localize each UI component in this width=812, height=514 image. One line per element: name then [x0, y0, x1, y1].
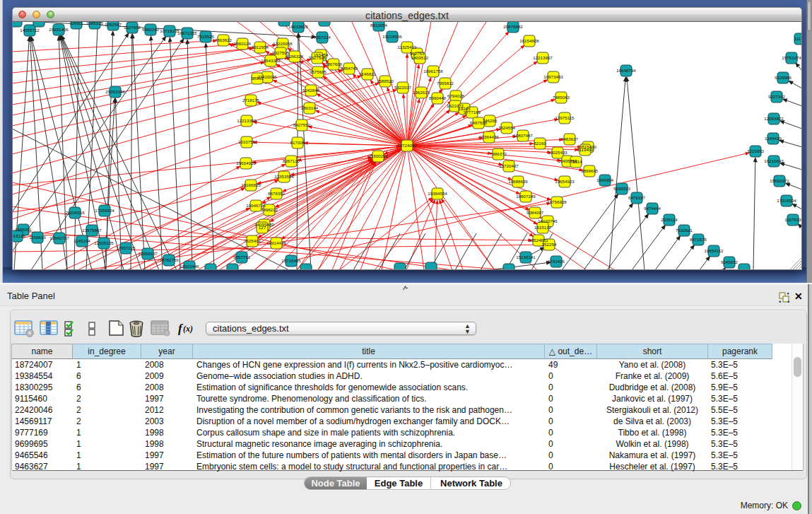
- svg-text:2935114: 2935114: [661, 217, 678, 222]
- svg-text:16961758: 16961758: [423, 69, 443, 74]
- svg-text:23975867: 23975867: [82, 228, 102, 233]
- svg-text:7632621: 7632621: [676, 228, 693, 233]
- svg-text:2803144: 2803144: [301, 105, 319, 110]
- svg-text:7663822: 7663822: [215, 37, 233, 42]
- svg-text:1362615: 1362615: [413, 90, 430, 95]
- svg-text:16033809: 16033809: [288, 24, 308, 29]
- svg-text:9242848: 9242848: [302, 88, 320, 93]
- svg-text:19654925: 19654925: [236, 160, 256, 165]
- svg-text:8471676: 8471676: [690, 237, 707, 242]
- svg-text:15751074: 15751074: [782, 55, 801, 60]
- svg-text:1145194: 1145194: [73, 238, 90, 243]
- svg-text:9146821: 9146821: [359, 71, 377, 76]
- svg-text:1733426: 1733426: [548, 259, 565, 264]
- svg-text:9899695: 9899695: [581, 168, 599, 173]
- svg-text:10025433: 10025433: [548, 150, 567, 155]
- svg-text:18724007: 18724007: [397, 143, 417, 148]
- svg-text:3215953: 3215953: [747, 148, 765, 153]
- svg-text:1156819: 1156819: [29, 235, 46, 240]
- svg-text:17359924: 17359924: [95, 208, 114, 213]
- svg-text:20876882: 20876882: [503, 24, 523, 29]
- svg-text:5938923: 5938923: [613, 186, 631, 191]
- svg-text:18807249: 18807249: [516, 194, 536, 199]
- svg-text:8678352: 8678352: [268, 191, 286, 196]
- svg-text:3915119: 3915119: [12, 233, 25, 238]
- svg-text:15136141: 15136141: [516, 255, 536, 259]
- svg-text:8186328: 8186328: [286, 54, 304, 59]
- svg-text:12505135: 12505135: [94, 240, 114, 245]
- svg-text:18662: 18662: [70, 22, 83, 25]
- svg-text:8267130: 8267130: [283, 158, 300, 163]
- svg-text:16782759: 16782759: [159, 257, 179, 262]
- svg-text:19166825: 19166825: [241, 182, 261, 187]
- svg-text:3498222: 3498222: [261, 207, 278, 212]
- svg-text:2867608: 2867608: [325, 62, 343, 66]
- svg-text:9657791: 9657791: [233, 255, 251, 259]
- svg-text:29053346: 29053346: [105, 89, 125, 94]
- svg-text:12923446: 12923446: [180, 264, 199, 269]
- svg-text:7955812: 7955812: [437, 81, 454, 86]
- svg-text:9129966: 9129966: [775, 75, 792, 80]
- svg-text:20364436: 20364436: [479, 134, 499, 139]
- svg-text:1588520: 1588520: [377, 78, 394, 83]
- svg-text:16543382: 16543382: [261, 58, 281, 63]
- svg-text:9463627: 9463627: [561, 136, 579, 141]
- svg-text:12975115: 12975115: [555, 115, 575, 120]
- svg-text:8813054: 8813054: [370, 23, 388, 28]
- svg-text:9474444: 9474444: [644, 206, 661, 211]
- svg-text:98961: 98961: [251, 76, 264, 81]
- svg-text:20206516: 20206516: [65, 210, 85, 215]
- svg-text:12213967: 12213967: [533, 55, 553, 60]
- svg-text:8912954: 8912954: [252, 45, 269, 49]
- svg-text:8427552: 8427552: [293, 122, 311, 127]
- svg-text:1052567: 1052567: [105, 22, 122, 27]
- svg-text:16671355: 16671355: [177, 30, 197, 35]
- svg-text:1409510: 1409510: [411, 55, 429, 60]
- svg-text:62160: 62160: [534, 141, 546, 146]
- svg-text:20691406: 20691406: [49, 27, 69, 32]
- svg-text:8990448: 8990448: [429, 95, 447, 100]
- svg-text:17957225: 17957225: [116, 245, 136, 250]
- svg-text:12942737: 12942737: [49, 235, 69, 240]
- svg-text:12353594: 12353594: [274, 174, 294, 179]
- svg-text:6497508: 6497508: [470, 120, 488, 125]
- svg-text:(x): (x): [183, 324, 193, 334]
- svg-text:19218506: 19218506: [382, 34, 402, 39]
- svg-text:9575685: 9575685: [310, 69, 327, 74]
- svg-text:1640954: 1640954: [596, 177, 614, 182]
- svg-text:1527602: 1527602: [124, 25, 141, 30]
- svg-text:7515526: 7515526: [197, 34, 215, 39]
- svg-text:9327508: 9327508: [309, 55, 326, 60]
- svg-text:10973493: 10973493: [543, 74, 563, 79]
- svg-text:10654112: 10654112: [704, 248, 724, 253]
- svg-text:1010755: 1010755: [238, 139, 256, 144]
- svg-text:15720407: 15720407: [499, 163, 519, 168]
- svg-text:1935051: 1935051: [15, 227, 33, 232]
- svg-text:16648794: 16648794: [616, 68, 636, 73]
- svg-text:7485063: 7485063: [553, 95, 570, 100]
- svg-text:13226058: 13226058: [273, 41, 293, 46]
- svg-text:1244419: 1244419: [765, 136, 782, 141]
- svg-text:16210643: 16210643: [764, 158, 784, 163]
- svg-text:1167533: 1167533: [784, 217, 801, 222]
- svg-text:16120746: 16120746: [538, 218, 558, 223]
- svg-text:9119403: 9119403: [577, 147, 594, 152]
- svg-text:25300293: 25300293: [368, 153, 388, 158]
- svg-text:127: 127: [259, 225, 266, 230]
- svg-text:10688609: 10688609: [508, 179, 528, 184]
- svg-text:1615132: 1615132: [534, 225, 552, 230]
- svg-text:10958107: 10958107: [138, 251, 158, 256]
- svg-text:11132: 11132: [794, 36, 802, 41]
- svg-text:7625402: 7625402: [244, 238, 261, 243]
- svg-text:9660124: 9660124: [234, 41, 252, 46]
- svg-text:9245652: 9245652: [721, 259, 739, 264]
- svg-text:16914479: 16914479: [266, 240, 286, 245]
- svg-text:9227342: 9227342: [768, 94, 786, 99]
- svg-text:15692971: 15692971: [770, 178, 789, 183]
- svg-text:252254: 252254: [542, 242, 557, 247]
- svg-text:6466160: 6466160: [142, 27, 160, 32]
- svg-text:19654923: 19654923: [555, 179, 575, 184]
- svg-text:10719155: 10719155: [160, 28, 180, 33]
- svg-text:6794028: 6794028: [447, 93, 465, 98]
- svg-text:5322037: 5322037: [394, 85, 412, 90]
